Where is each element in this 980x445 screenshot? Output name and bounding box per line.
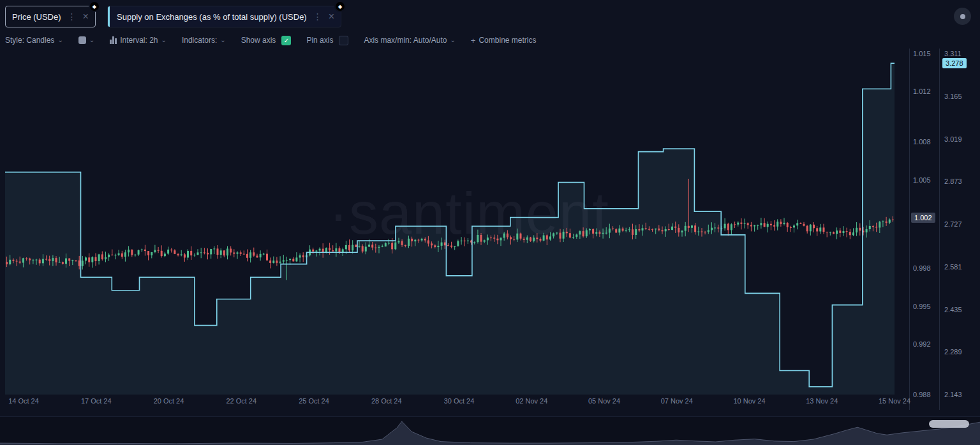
color-style-selector[interactable]: ⌄	[78, 36, 94, 44]
supply-axis-tick: 2.289	[944, 348, 962, 356]
price-current-value-badge: 1.002	[911, 213, 935, 223]
x-axis: 14 Oct 2417 Oct 2420 Oct 2422 Oct 2425 O…	[0, 397, 932, 407]
supply-y-axis[interactable]: 3.3113.1653.0192.8732.7272.5812.4352.289…	[944, 49, 976, 410]
navigator-area-chart	[0, 417, 980, 445]
chevron-down-icon: ⌄	[57, 36, 63, 43]
metric-tab-supply-label: Supply on Exchanges (as % of total suppl…	[117, 12, 307, 22]
supply-axis-tick: 2.727	[944, 220, 962, 228]
combine-metrics-label: Combine metrics	[479, 36, 536, 45]
timeline-navigator[interactable]	[0, 416, 980, 445]
axis-maxmin-label: Axis max/min: Auto/Auto	[364, 36, 447, 45]
tab-close-icon[interactable]: ×	[329, 11, 334, 22]
pin-axis-label: Pin axis	[306, 36, 333, 45]
price-axis-tick: 0.992	[913, 340, 931, 348]
metric-tabs-bar: Price (USDe) ⋮ × ◆ Supply on Exchanges (…	[0, 0, 980, 31]
supply-axis-tick: 2.581	[944, 263, 962, 271]
interval-selector[interactable]: Interval: 2h ⌄	[110, 36, 167, 45]
x-axis-label: 30 Oct 24	[444, 397, 475, 405]
supply-area-fill	[5, 63, 895, 395]
x-axis-label: 25 Oct 24	[299, 397, 329, 405]
x-axis-label: 17 Oct 24	[81, 397, 112, 405]
interval-bars-icon	[110, 36, 117, 44]
price-axis-tick: 0.998	[913, 264, 931, 272]
color-swatch-icon	[78, 36, 86, 44]
x-axis-label: 10 Nov 24	[733, 397, 765, 405]
chevron-down-icon: ⌄	[161, 36, 167, 43]
supply-current-value-badge: 3.278	[942, 58, 967, 68]
santiment-chart-app: Price (USDe) ⋮ × ◆ Supply on Exchanges (…	[0, 0, 980, 445]
indicators-selector-label: Indicators:	[182, 36, 217, 45]
chevron-down-icon: ⌄	[450, 36, 455, 43]
panel-toggle-button[interactable]	[954, 8, 971, 25]
chart-plot-area[interactable]: ·santiment 1.0151.0121.0081.0050.9980.99…	[0, 49, 980, 412]
style-selector-label: Style: Candles	[5, 36, 54, 45]
dot-icon	[960, 14, 965, 19]
price-axis-tick: 1.008	[913, 138, 931, 146]
tab-options-kebab-icon[interactable]: ⋮	[313, 12, 323, 21]
x-axis-label: 07 Nov 24	[661, 397, 693, 405]
x-axis-label: 05 Nov 24	[588, 397, 620, 405]
tab-options-kebab-icon[interactable]: ⋮	[67, 12, 77, 21]
price-axis-tick: 1.012	[913, 87, 931, 95]
navigator-scrollbar-thumb[interactable]	[929, 420, 969, 428]
price-axis-tick: 1.005	[913, 176, 931, 184]
combine-metrics-button[interactable]: + Combine metrics	[471, 36, 537, 45]
x-axis-label: 20 Oct 24	[154, 397, 184, 405]
metric-tab-supply-on-exchanges[interactable]: Supply on Exchanges (as % of total suppl…	[107, 6, 341, 27]
supply-axis-tick: 2.435	[944, 306, 962, 313]
chart-toolbar: Style: Candles ⌄ ⌄ Interval: 2h ⌄ Indica…	[0, 32, 980, 49]
supply-axis-tick: 3.165	[944, 93, 962, 100]
check-icon: ✓	[284, 37, 289, 44]
x-axis-label: 15 Nov 24	[879, 397, 910, 405]
price-axis-tick: 0.995	[913, 303, 931, 310]
chevron-down-icon: ⌄	[220, 36, 225, 43]
axis-maxmin-selector[interactable]: Axis max/min: Auto/Auto ⌄	[364, 36, 455, 45]
x-axis-label: 13 Nov 24	[806, 397, 838, 405]
chevron-down-icon: ⌄	[89, 36, 94, 43]
plus-icon: +	[471, 36, 476, 45]
x-axis-label: 28 Oct 24	[371, 397, 402, 405]
metric-accent-bar	[108, 6, 110, 27]
metric-tab-price[interactable]: Price (USDe) ⋮ × ◆	[5, 6, 96, 27]
price-axis-tick: 1.015	[913, 50, 931, 57]
supply-axis-line	[939, 49, 940, 410]
price-y-axis[interactable]: 1.0151.0121.0081.0050.9980.9950.9920.988	[913, 49, 939, 410]
supply-axis-tick: 2.143	[944, 391, 962, 398]
supply-axis-tick: 3.311	[944, 50, 961, 57]
show-axis-label: Show axis	[241, 36, 276, 45]
supply-axis-tick: 3.019	[944, 135, 962, 143]
style-selector[interactable]: Style: Candles ⌄	[5, 36, 63, 45]
asset-logo-icon: ◆	[89, 1, 100, 12]
pin-axis-checkbox[interactable]	[339, 36, 348, 45]
interval-selector-label: Interval: 2h	[120, 36, 158, 45]
chart-canvas[interactable]	[0, 49, 909, 406]
x-axis-label: 22 Oct 24	[226, 397, 256, 405]
x-axis-label: 14 Oct 24	[8, 397, 39, 405]
pin-axis-toggle[interactable]: Pin axis	[306, 36, 348, 45]
indicators-selector[interactable]: Indicators: ⌄	[182, 36, 226, 45]
show-axis-checkbox[interactable]: ✓	[281, 36, 291, 45]
supply-axis-tick: 2.873	[944, 177, 962, 185]
x-axis-label: 02 Nov 24	[516, 397, 547, 405]
asset-logo-icon: ◆	[334, 1, 346, 12]
price-axis-line	[909, 49, 910, 410]
tab-close-icon[interactable]: ×	[83, 11, 89, 22]
show-axis-toggle[interactable]: Show axis ✓	[241, 36, 292, 45]
candlestick-series	[6, 179, 894, 280]
metric-tab-price-label: Price (USDe)	[12, 12, 61, 22]
